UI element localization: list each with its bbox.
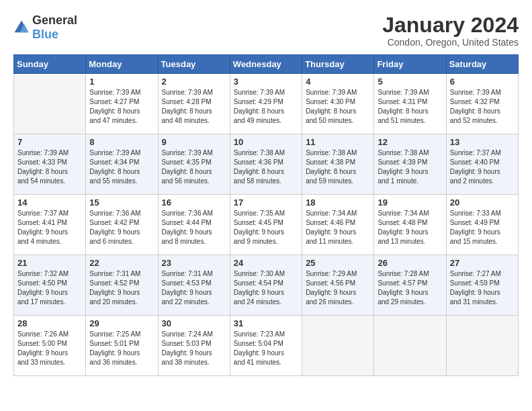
day-number: 14 [17, 197, 82, 208]
calendar-day-cell [374, 316, 446, 376]
day-info: Sunrise: 7:37 AM Sunset: 4:41 PM Dayligh… [17, 209, 82, 246]
calendar-day-cell: 3Sunrise: 7:39 AM Sunset: 4:29 PM Daylig… [230, 74, 302, 134]
day-info: Sunrise: 7:34 AM Sunset: 4:48 PM Dayligh… [378, 209, 442, 246]
day-number: 11 [306, 137, 370, 147]
day-number: 20 [450, 197, 515, 208]
calendar-day-cell: 30Sunrise: 7:24 AM Sunset: 5:03 PM Dayli… [158, 316, 230, 376]
day-info: Sunrise: 7:28 AM Sunset: 4:57 PM Dayligh… [378, 269, 442, 307]
day-number: 17 [234, 197, 298, 208]
calendar-day-cell [302, 316, 374, 376]
day-info: Sunrise: 7:39 AM Sunset: 4:34 PM Dayligh… [89, 148, 154, 186]
day-info: Sunrise: 7:38 AM Sunset: 4:39 PM Dayligh… [378, 148, 442, 186]
calendar-week-row: 28Sunrise: 7:26 AM Sunset: 5:00 PM Dayli… [14, 316, 519, 376]
day-number: 12 [378, 137, 442, 147]
weekday-header-cell: Saturday [446, 55, 518, 74]
day-number: 22 [89, 258, 154, 268]
calendar-table: SundayMondayTuesdayWednesdayThursdayFrid… [13, 54, 519, 376]
calendar-week-row: 7Sunrise: 7:39 AM Sunset: 4:33 PM Daylig… [14, 134, 519, 195]
calendar-week-row: 14Sunrise: 7:37 AM Sunset: 4:41 PM Dayli… [14, 195, 519, 255]
calendar-day-cell: 8Sunrise: 7:39 AM Sunset: 4:34 PM Daylig… [86, 134, 158, 195]
calendar-day-cell: 28Sunrise: 7:26 AM Sunset: 5:00 PM Dayli… [14, 316, 86, 376]
calendar-day-cell: 29Sunrise: 7:25 AM Sunset: 5:01 PM Dayli… [86, 316, 158, 376]
day-info: Sunrise: 7:31 AM Sunset: 4:52 PM Dayligh… [89, 269, 154, 307]
calendar-day-cell: 19Sunrise: 7:34 AM Sunset: 4:48 PM Dayli… [374, 195, 446, 255]
day-info: Sunrise: 7:24 AM Sunset: 5:03 PM Dayligh… [162, 330, 226, 367]
day-number: 7 [17, 137, 82, 147]
day-info: Sunrise: 7:39 AM Sunset: 4:31 PM Dayligh… [378, 88, 442, 126]
calendar-day-cell: 4Sunrise: 7:39 AM Sunset: 4:30 PM Daylig… [302, 74, 374, 134]
calendar-day-cell: 12Sunrise: 7:38 AM Sunset: 4:39 PM Dayli… [374, 134, 446, 195]
day-number: 23 [162, 258, 226, 268]
day-number: 10 [234, 137, 298, 147]
day-number: 30 [162, 318, 226, 328]
weekday-header-row: SundayMondayTuesdayWednesdayThursdayFrid… [14, 55, 519, 74]
day-info: Sunrise: 7:25 AM Sunset: 5:01 PM Dayligh… [89, 330, 154, 367]
day-number: 15 [89, 197, 154, 208]
day-info: Sunrise: 7:33 AM Sunset: 4:49 PM Dayligh… [450, 209, 515, 246]
title-block: January 2024 Condon, Oregon, United Stat… [382, 13, 519, 48]
day-info: Sunrise: 7:39 AM Sunset: 4:35 PM Dayligh… [162, 148, 226, 186]
weekday-header-cell: Monday [86, 55, 158, 74]
calendar-week-row: 21Sunrise: 7:32 AM Sunset: 4:50 PM Dayli… [14, 255, 519, 316]
day-info: Sunrise: 7:38 AM Sunset: 4:38 PM Dayligh… [306, 148, 370, 186]
day-number: 29 [89, 318, 154, 328]
day-number: 25 [306, 258, 370, 268]
day-number: 24 [234, 258, 298, 268]
day-number: 19 [378, 197, 442, 208]
calendar-day-cell: 20Sunrise: 7:33 AM Sunset: 4:49 PM Dayli… [446, 195, 518, 255]
calendar-day-cell: 6Sunrise: 7:39 AM Sunset: 4:32 PM Daylig… [446, 74, 518, 134]
day-info: Sunrise: 7:39 AM Sunset: 4:33 PM Dayligh… [17, 148, 82, 186]
calendar-day-cell: 7Sunrise: 7:39 AM Sunset: 4:33 PM Daylig… [14, 134, 86, 195]
calendar-day-cell: 16Sunrise: 7:36 AM Sunset: 4:44 PM Dayli… [158, 195, 230, 255]
calendar-day-cell: 13Sunrise: 7:37 AM Sunset: 4:40 PM Dayli… [446, 134, 518, 195]
day-number: 2 [162, 77, 226, 87]
day-info: Sunrise: 7:30 AM Sunset: 4:54 PM Dayligh… [234, 269, 298, 307]
calendar-day-cell: 21Sunrise: 7:32 AM Sunset: 4:50 PM Dayli… [14, 255, 86, 316]
weekday-header-cell: Thursday [302, 55, 374, 74]
day-info: Sunrise: 7:36 AM Sunset: 4:42 PM Dayligh… [89, 209, 154, 246]
calendar-day-cell: 11Sunrise: 7:38 AM Sunset: 4:38 PM Dayli… [302, 134, 374, 195]
calendar-day-cell: 2Sunrise: 7:39 AM Sunset: 4:28 PM Daylig… [158, 74, 230, 134]
day-number: 9 [162, 137, 226, 147]
calendar-day-cell: 23Sunrise: 7:31 AM Sunset: 4:53 PM Dayli… [158, 255, 230, 316]
location-text: Condon, Oregon, United States [382, 37, 519, 48]
day-number: 4 [306, 77, 370, 87]
day-number: 31 [234, 318, 298, 328]
day-info: Sunrise: 7:23 AM Sunset: 5:04 PM Dayligh… [234, 330, 298, 367]
day-info: Sunrise: 7:35 AM Sunset: 4:45 PM Dayligh… [234, 209, 298, 246]
calendar-body: 1Sunrise: 7:39 AM Sunset: 4:27 PM Daylig… [14, 74, 519, 376]
calendar-day-cell: 26Sunrise: 7:28 AM Sunset: 4:57 PM Dayli… [374, 255, 446, 316]
day-info: Sunrise: 7:39 AM Sunset: 4:28 PM Dayligh… [162, 88, 226, 126]
month-title: January 2024 [382, 13, 519, 37]
calendar-day-cell: 27Sunrise: 7:27 AM Sunset: 4:59 PM Dayli… [446, 255, 518, 316]
day-number: 6 [450, 77, 515, 87]
calendar-week-row: 1Sunrise: 7:39 AM Sunset: 4:27 PM Daylig… [14, 74, 519, 134]
logo-icon [13, 19, 30, 36]
day-number: 26 [378, 258, 442, 268]
day-number: 8 [89, 137, 154, 147]
day-info: Sunrise: 7:27 AM Sunset: 4:59 PM Dayligh… [450, 269, 515, 307]
day-info: Sunrise: 7:39 AM Sunset: 4:30 PM Dayligh… [306, 88, 370, 126]
logo: General Blue [13, 13, 77, 42]
logo-blue-text: Blue [32, 28, 58, 41]
calendar-day-cell: 25Sunrise: 7:29 AM Sunset: 4:56 PM Dayli… [302, 255, 374, 316]
day-info: Sunrise: 7:39 AM Sunset: 4:27 PM Dayligh… [89, 88, 154, 126]
day-info: Sunrise: 7:29 AM Sunset: 4:56 PM Dayligh… [306, 269, 370, 307]
day-number: 5 [378, 77, 442, 87]
calendar-day-cell: 5Sunrise: 7:39 AM Sunset: 4:31 PM Daylig… [374, 74, 446, 134]
day-info: Sunrise: 7:26 AM Sunset: 5:00 PM Dayligh… [17, 330, 82, 367]
day-number: 3 [234, 77, 298, 87]
day-info: Sunrise: 7:36 AM Sunset: 4:44 PM Dayligh… [162, 209, 226, 246]
calendar-day-cell: 18Sunrise: 7:34 AM Sunset: 4:46 PM Dayli… [302, 195, 374, 255]
calendar-day-cell: 1Sunrise: 7:39 AM Sunset: 4:27 PM Daylig… [86, 74, 158, 134]
weekday-header-cell: Friday [374, 55, 446, 74]
calendar-day-cell: 14Sunrise: 7:37 AM Sunset: 4:41 PM Dayli… [14, 195, 86, 255]
day-number: 21 [17, 258, 82, 268]
calendar-day-cell: 31Sunrise: 7:23 AM Sunset: 5:04 PM Dayli… [230, 316, 302, 376]
day-number: 16 [162, 197, 226, 208]
logo-general-text: General [32, 13, 77, 27]
page-header: General Blue January 2024 Condon, Oregon… [13, 13, 519, 48]
calendar-day-cell [446, 316, 518, 376]
weekday-header-cell: Wednesday [230, 55, 302, 74]
day-number: 28 [17, 318, 82, 328]
